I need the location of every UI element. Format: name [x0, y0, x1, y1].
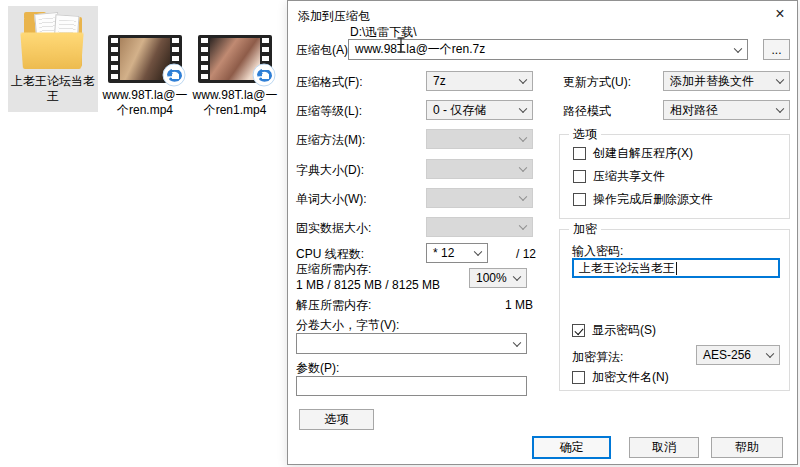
chevron-down-icon	[776, 75, 784, 83]
ok-button[interactable]: 确定	[532, 436, 611, 459]
dialog-title: 添加到压缩包	[298, 8, 370, 25]
archive-label: 压缩包(A)	[296, 43, 348, 57]
close-button[interactable]: ×	[765, 1, 795, 26]
folder-label: 上老王论坛当老王	[9, 74, 97, 104]
encryption-group: 加密 输入密码: 上老王论坛当老王 显示密码(S) 加密算法: AES-256 …	[559, 229, 790, 391]
chevron-down-icon	[776, 104, 784, 112]
chevron-down-icon	[519, 163, 527, 171]
chevron-down-icon	[519, 192, 527, 200]
text-cursor-icon	[396, 37, 406, 53]
solid-block-combobox	[426, 217, 533, 237]
volume-size-label: 分卷大小，字节(V):	[296, 318, 399, 332]
checkbox-icon	[572, 371, 585, 384]
text-caret	[676, 262, 677, 275]
options-group: 选项 创建自解压程序(X) 压缩共享文件 操作完成后删除源文件	[559, 134, 790, 219]
cancel-button[interactable]: 取消	[629, 437, 699, 458]
checkbox-checked-icon	[572, 324, 585, 337]
player-overlay-icon	[162, 63, 186, 87]
chevron-down-icon	[519, 221, 527, 229]
update-mode-label: 更新方式(U):	[563, 75, 631, 89]
options-button[interactable]: 选项	[299, 409, 374, 430]
checkbox-label: 显示密码(S)	[592, 322, 656, 339]
checkbox-delete-after[interactable]: 操作完成后删除源文件	[573, 191, 713, 208]
encryption-method-combobox[interactable]: AES-256	[696, 345, 780, 365]
encryption-method-label: 加密算法:	[572, 350, 623, 364]
chevron-down-icon	[519, 133, 527, 141]
method-combobox	[426, 129, 533, 149]
help-button-label: 帮助	[735, 439, 759, 456]
password-input[interactable]: 上老王论坛当老王	[572, 258, 780, 278]
browse-label: ...	[771, 43, 781, 57]
encryption-method-value: AES-256	[703, 348, 751, 362]
player-overlay-icon	[252, 63, 276, 87]
ok-button-label: 确定	[560, 439, 584, 456]
folder-front	[20, 32, 83, 69]
video-thumbnail	[108, 35, 182, 83]
checkbox-label: 创建自解压程序(X)	[593, 145, 693, 162]
options-group-title: 选项	[569, 127, 601, 141]
checkbox-create-sfx[interactable]: 创建自解压程序(X)	[573, 145, 693, 162]
format-label: 压缩格式(F):	[296, 75, 363, 89]
desktop-item-video-1[interactable]: www.98T.la@一个ren.mp4	[102, 35, 188, 118]
chevron-down-icon	[519, 75, 527, 83]
chevron-down-icon	[519, 104, 527, 112]
cpu-threads-max: / 12	[516, 247, 536, 261]
archive-name-value: www.98T.la@一个ren.7z	[355, 41, 485, 58]
folder-icon	[21, 10, 85, 72]
cancel-button-label: 取消	[652, 439, 676, 456]
format-combobox[interactable]: 7z	[426, 71, 533, 91]
chevron-down-icon	[766, 349, 774, 357]
checkbox-icon	[573, 170, 586, 183]
encryption-group-title: 加密	[569, 222, 601, 236]
volume-size-combobox[interactable]	[296, 333, 527, 354]
parameters-label: 参数(P):	[296, 361, 339, 375]
memory-decompress-label: 解压所需内存:	[296, 298, 371, 312]
checkbox-encrypt-filenames[interactable]: 加密文件名(N)	[572, 369, 669, 386]
memory-compress-detail: 1 MB / 8125 MB / 8125 MB	[296, 278, 440, 292]
video-label: www.98T.la@一个ren1.mp4	[192, 88, 278, 118]
desktop-item-folder[interactable]: 上老王论坛当老王	[8, 6, 98, 112]
path-mode-label: 路径模式	[563, 104, 611, 118]
options-button-label: 选项	[325, 411, 349, 428]
memory-compress-label: 压缩所需内存:	[296, 262, 371, 276]
checkbox-show-password[interactable]: 显示密码(S)	[572, 322, 656, 339]
add-to-archive-dialog: 添加到压缩包 × 压缩包(A) D:\迅雷下载\ www.98T.la@一个re…	[287, 0, 798, 465]
checkbox-icon	[573, 193, 586, 206]
level-combobox[interactable]: 0 - 仅存储	[426, 100, 533, 120]
archive-directory: D:\迅雷下载\	[350, 25, 417, 39]
video-label: www.98T.la@一个ren.mp4	[102, 88, 188, 118]
word-size-combobox	[426, 188, 533, 208]
path-mode-combobox[interactable]: 相对路径	[663, 100, 790, 120]
dictionary-combobox	[426, 159, 533, 179]
checkbox-icon	[573, 147, 586, 160]
solid-block-label: 固实数据大小:	[296, 221, 371, 235]
desktop: 上老王论坛当老王 www.98T.la@一个ren.mp4 www.98T.la…	[0, 0, 800, 467]
cpu-threads-combobox[interactable]: * 12	[426, 243, 488, 263]
desktop-item-video-2[interactable]: www.98T.la@一个ren1.mp4	[192, 35, 278, 118]
level-label: 压缩等级(L):	[296, 104, 362, 118]
chevron-down-icon	[513, 272, 521, 280]
archive-name-combobox[interactable]: www.98T.la@一个ren.7z	[348, 39, 748, 60]
dictionary-label: 字典大小(D):	[296, 163, 364, 177]
browse-button[interactable]: ...	[763, 39, 790, 60]
update-mode-combobox[interactable]: 添加并替换文件	[663, 71, 790, 91]
chevron-down-icon[interactable]	[734, 44, 742, 52]
checkbox-label: 加密文件名(N)	[592, 369, 669, 386]
memory-decompress-value: 1 MB	[483, 298, 533, 312]
word-size-label: 单词大小(W):	[296, 192, 367, 206]
parameters-input[interactable]	[296, 376, 527, 396]
memory-percent-value: 100%	[476, 271, 507, 285]
help-button[interactable]: 帮助	[711, 437, 783, 458]
chevron-down-icon	[513, 338, 521, 346]
password-value: 上老王论坛当老王	[579, 260, 675, 277]
memory-percent-combobox[interactable]: 100%	[469, 268, 527, 288]
checkbox-label: 操作完成后删除源文件	[593, 191, 713, 208]
level-value: 0 - 仅存储	[433, 102, 486, 119]
format-value: 7z	[433, 74, 446, 88]
method-label: 压缩方法(M):	[296, 133, 365, 147]
checkbox-label: 压缩共享文件	[593, 168, 665, 185]
cpu-threads-label: CPU 线程数:	[296, 247, 364, 261]
video-thumbnail	[198, 35, 272, 83]
checkbox-shared-files[interactable]: 压缩共享文件	[573, 168, 665, 185]
close-icon: ×	[775, 5, 784, 23]
